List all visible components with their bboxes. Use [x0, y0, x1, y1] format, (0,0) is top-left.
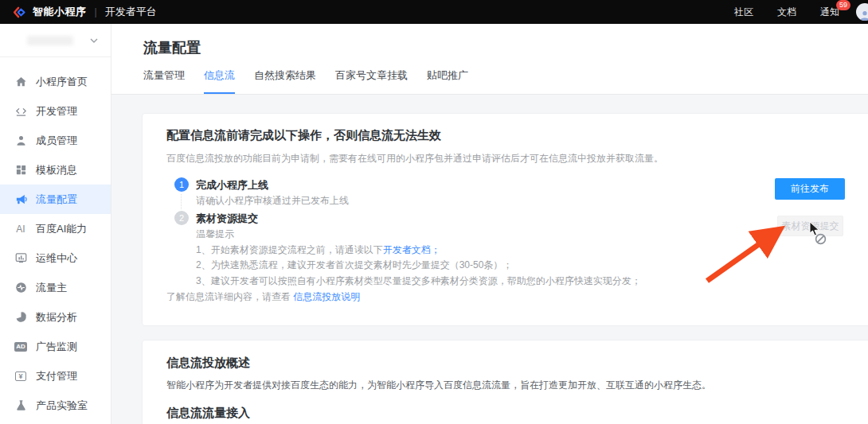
tip-3: 3、建议开发者可以按照自有小程序素材类型尽量提交多种素材分类资源，帮助您的小程序…: [196, 274, 641, 290]
notice-footer: 了解信息流详细内容，请查看 信息流投放说明: [166, 290, 360, 304]
chevron-down-icon: [90, 37, 98, 45]
logo-divider: |: [95, 6, 97, 18]
sidebar-item-ad-monitor[interactable]: AD 广告监测: [0, 332, 111, 361]
step-2-title: 素材资源提交: [196, 212, 258, 226]
sidebar-item-label: 广告监测: [36, 340, 77, 354]
tab-feed[interactable]: 信息流: [204, 68, 235, 94]
app-selector[interactable]: [0, 24, 111, 57]
smartapp-logo-icon: [13, 6, 26, 19]
sidebar-item-label: 流量配置: [36, 193, 77, 207]
pay-icon: ¥: [14, 370, 27, 383]
sidebar: 小程序首页 开发管理 成员管理 模板消息 流量配置: [0, 24, 111, 424]
tab-tieba-promotion[interactable]: 贴吧推广: [427, 68, 468, 94]
tip-1: 1、开始素材资源提交流程之前，请通读以下开发者文档；: [196, 243, 641, 259]
header-nav: 社区 文档 通知 59: [734, 0, 839, 24]
sidebar-item-label: 模板消息: [36, 163, 77, 177]
blurred-app-name: [27, 36, 73, 45]
code-icon: [14, 105, 27, 118]
sidebar-item-ai[interactable]: AI 百度AI能力: [0, 214, 111, 243]
sidebar-item-label: 开发管理: [36, 104, 77, 119]
sidebar-item-analytics[interactable]: 数据分析: [0, 302, 111, 332]
tips-block: 温馨提示 1、开始素材资源提交流程之前，请通读以下开发者文档； 2、为快速熟悉流…: [196, 227, 641, 289]
step-2-number: 2: [174, 211, 189, 225]
nav-docs[interactable]: 文档: [777, 6, 796, 19]
nav-notifications[interactable]: 通知 59: [820, 6, 839, 19]
sidebar-item-label: 小程序首页: [36, 75, 88, 89]
feed-overview-card: 信息流投放概述 智能小程序为开发者提供对接百度生态的能力，为智能小程序导入百度信…: [142, 340, 868, 424]
not-allowed-icon: [815, 233, 827, 245]
step-1-number: 1: [174, 177, 189, 192]
sidebar-item-label: 运维中心: [36, 251, 77, 266]
page-title: 流量配置: [143, 38, 201, 57]
overview-title: 信息流投放概述: [166, 356, 250, 371]
notification-badge: 59: [836, 0, 850, 10]
ai-icon: AI: [14, 223, 27, 235]
sidebar-item-lab[interactable]: 产品实验室: [0, 391, 111, 420]
sidebar-item-label: 支付管理: [36, 369, 77, 383]
sidebar-item-dev[interactable]: 开发管理: [0, 96, 111, 126]
tab-traffic-management[interactable]: 流量管理: [143, 68, 185, 94]
go-publish-button[interactable]: 前往发布: [775, 178, 845, 200]
tips-title: 温馨提示: [196, 227, 641, 243]
developer-docs-link[interactable]: 开发者文档；: [383, 244, 440, 255]
step-connector: [181, 194, 182, 209]
sidebar-menu: 小程序首页 开发管理 成员管理 模板消息 流量配置: [0, 57, 111, 420]
sidebar-item-label: 产品实验室: [36, 399, 88, 413]
tab-natural-search[interactable]: 自然搜索结果: [254, 68, 316, 94]
sidebar-item-traffic-config[interactable]: 流量配置: [0, 185, 111, 214]
notice-subtitle: 百度信息流投放的功能目前为申请制，需要有在线可用的小程序包并通过申请评估后才可在…: [166, 152, 663, 165]
top-header: 智能小程序 | 开发者平台 社区 文档 通知 59: [0, 0, 868, 24]
tip-2: 2、为快速熟悉流程，建议开发者首次提交素材时先少量提交（30-50条）；: [196, 258, 641, 274]
overview-body: 智能小程序为开发者提供对接百度生态的能力，为智能小程序导入百度信息流流量，旨在打…: [166, 379, 859, 392]
member-icon: [14, 134, 27, 147]
sidebar-item-ops[interactable]: 运维中心: [0, 243, 111, 273]
feed-setup-notice-card: 配置信息流前请完成以下操作，否则信息流无法生效 百度信息流投放的功能目前为申请制…: [142, 113, 868, 326]
sidebar-item-label: 流量主: [36, 281, 67, 295]
sidebar-item-label: 百度AI能力: [36, 222, 87, 236]
megaphone-icon: [14, 193, 27, 206]
template-icon: [14, 164, 27, 177]
notice-title: 配置信息流前请完成以下操作，否则信息流无法生效: [166, 128, 441, 143]
home-icon: [14, 76, 27, 88]
person-icon: [859, 10, 868, 21]
sidebar-item-payment[interactable]: ¥ 支付管理: [0, 361, 111, 391]
sidebar-item-template[interactable]: 模板消息: [0, 155, 111, 185]
logo[interactable]: 智能小程序 | 开发者平台: [13, 5, 157, 19]
tab-baijiahao-article[interactable]: 百家号文章挂载: [335, 68, 408, 94]
sidebar-item-traffic-owner[interactable]: 流量主: [0, 273, 111, 302]
page-header: 流量配置 流量管理 信息流 自然搜索结果 百家号文章挂载 贴吧推广: [111, 24, 868, 95]
sidebar-item-members[interactable]: 成员管理: [0, 126, 111, 155]
ad-icon: AD: [14, 340, 27, 353]
sidebar-item-label: 数据分析: [36, 310, 77, 325]
logo-title: 智能小程序: [33, 5, 87, 19]
tab-bar: 流量管理 信息流 自然搜索结果 百家号文章挂载 贴吧推广: [143, 68, 468, 94]
logo-subtitle: 开发者平台: [105, 5, 157, 19]
flask-icon: [14, 399, 27, 412]
monitor-icon: [14, 252, 27, 265]
traffic-icon: [14, 282, 27, 294]
sidebar-item-label: 成员管理: [36, 134, 77, 148]
user-avatar[interactable]: [856, 3, 868, 21]
access-title: 信息流流量接入: [166, 406, 250, 421]
nav-community[interactable]: 社区: [734, 6, 753, 19]
feed-delivery-info-link[interactable]: 信息流投放说明: [293, 291, 360, 302]
sidebar-item-home[interactable]: 小程序首页: [0, 67, 111, 96]
step-1-title: 完成小程序上线: [196, 178, 268, 193]
red-annotation-arrow: [699, 225, 787, 287]
step-1-desc: 请确认小程序审核通过并已发布上线: [196, 194, 349, 208]
pie-icon: [14, 311, 27, 324]
